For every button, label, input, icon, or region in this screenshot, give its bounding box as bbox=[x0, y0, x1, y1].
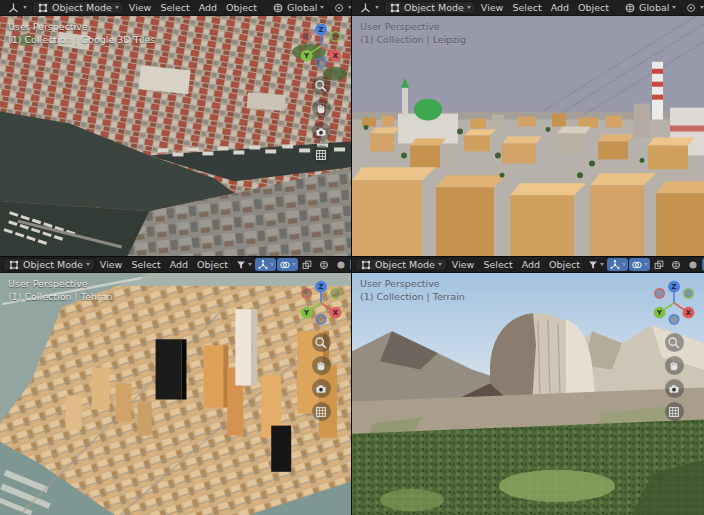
move-view-button[interactable] bbox=[665, 356, 684, 375]
show-gizmo-toggle[interactable] bbox=[255, 258, 276, 271]
menu-add[interactable]: Add bbox=[166, 258, 192, 271]
object-visibility-filter[interactable] bbox=[233, 258, 254, 271]
navigation-gizmo[interactable]: Z X Y bbox=[295, 20, 347, 72]
shading-wireframe-button[interactable] bbox=[668, 258, 684, 271]
toggle-perspective-button[interactable] bbox=[665, 402, 684, 421]
object-mode-icon bbox=[37, 2, 49, 14]
mode-label: Object Mode bbox=[23, 259, 83, 270]
menu-object[interactable]: Object bbox=[545, 258, 584, 271]
viewport-terrain: Object Mode View Select Add Object bbox=[352, 257, 704, 515]
shading-material-button[interactable] bbox=[350, 258, 351, 271]
camera-icon bbox=[314, 125, 328, 139]
toggle-perspective-button[interactable] bbox=[312, 145, 331, 164]
show-gizmo-toggle[interactable] bbox=[607, 258, 628, 271]
pivot-point-dropdown[interactable] bbox=[681, 1, 704, 15]
filter-funnel-icon bbox=[587, 259, 599, 271]
chevron-down-icon bbox=[270, 263, 274, 266]
shading-solid-button[interactable] bbox=[333, 258, 349, 271]
chevron-down-icon bbox=[438, 263, 442, 266]
show-overlays-toggle[interactable] bbox=[277, 258, 298, 271]
zoom-button[interactable] bbox=[312, 333, 331, 352]
wireframe-sphere-icon bbox=[670, 259, 682, 271]
global-orientation-icon bbox=[624, 2, 636, 14]
zoom-button[interactable] bbox=[312, 76, 331, 95]
viewport-gizmos: Z X Y bbox=[295, 277, 347, 421]
viewport-gizmos: Z X Y bbox=[295, 20, 347, 164]
editor-3d-viewport-icon bbox=[7, 1, 20, 14]
solid-sphere-icon bbox=[335, 259, 347, 271]
pivot-point-dropdown[interactable] bbox=[329, 1, 351, 15]
overlays-icon bbox=[631, 259, 643, 271]
magnifier-icon bbox=[314, 79, 328, 93]
camera-view-button[interactable] bbox=[312, 122, 331, 141]
transform-orientation-dropdown[interactable]: Global bbox=[620, 1, 680, 15]
menu-view[interactable]: View bbox=[125, 1, 156, 14]
xray-icon bbox=[653, 259, 665, 271]
viewport-header: Object Mode View Select Add Object Globa… bbox=[0, 0, 351, 16]
chevron-down-icon bbox=[248, 263, 252, 266]
grid-perspective-icon bbox=[314, 405, 328, 419]
magnifier-icon bbox=[314, 336, 328, 350]
gizmo-x-axis: X bbox=[333, 52, 339, 60]
chevron-down-icon bbox=[622, 263, 626, 266]
transform-orientation-dropdown[interactable]: Global bbox=[268, 1, 328, 15]
chevron-down-icon bbox=[700, 6, 704, 9]
mode-dropdown[interactable]: Object Mode bbox=[3, 258, 95, 271]
menu-select[interactable]: Select bbox=[508, 1, 545, 14]
mode-dropdown[interactable]: Object Mode bbox=[355, 258, 447, 271]
menu-select[interactable]: Select bbox=[156, 1, 193, 14]
viewport-body: User Perspective (1) Collection | Tehran… bbox=[0, 273, 351, 515]
shading-solid-button[interactable] bbox=[685, 258, 701, 271]
gizmo-x-axis: X bbox=[686, 309, 692, 317]
viewport-gizmos: Z X Y bbox=[648, 277, 700, 421]
toggle-perspective-button[interactable] bbox=[312, 402, 331, 421]
menu-add[interactable]: Add bbox=[518, 258, 544, 271]
object-visibility-filter[interactable] bbox=[585, 258, 606, 271]
blender-window: Object Mode View Select Add Object Globa… bbox=[0, 0, 704, 515]
menu-view[interactable]: View bbox=[448, 258, 479, 271]
move-view-button[interactable] bbox=[312, 99, 331, 118]
shading-wireframe-button[interactable] bbox=[316, 258, 332, 271]
menu-view[interactable]: View bbox=[477, 1, 508, 14]
gizmo-y-axis: Y bbox=[303, 309, 309, 317]
xray-icon bbox=[301, 259, 313, 271]
move-view-button[interactable] bbox=[312, 356, 331, 375]
viewport-canvas-leipzig[interactable] bbox=[352, 16, 704, 256]
magnifier-icon bbox=[667, 336, 681, 350]
camera-view-button[interactable] bbox=[665, 379, 684, 398]
menu-object[interactable]: Object bbox=[222, 1, 261, 14]
menu-object[interactable]: Object bbox=[193, 258, 232, 271]
menu-select[interactable]: Select bbox=[127, 258, 164, 271]
viewport-google-3d-tiles: Object Mode View Select Add Object Globa… bbox=[0, 0, 352, 257]
navigation-gizmo[interactable]: Z X Y bbox=[295, 277, 347, 329]
menu-view[interactable]: View bbox=[96, 258, 127, 271]
xray-toggle[interactable] bbox=[651, 258, 667, 271]
menu-add[interactable]: Add bbox=[547, 1, 573, 14]
chevron-down-icon bbox=[348, 6, 351, 9]
viewport-header: Object Mode View Select Add Object bbox=[0, 257, 351, 273]
editor-type-button[interactable] bbox=[355, 0, 383, 15]
gizmo-icon bbox=[609, 259, 621, 271]
hand-icon bbox=[667, 359, 681, 373]
editor-type-button[interactable] bbox=[3, 0, 31, 15]
pivot-point-icon bbox=[333, 2, 345, 14]
camera-view-button[interactable] bbox=[312, 379, 331, 398]
chevron-down-icon bbox=[86, 263, 90, 266]
overlays-icon bbox=[279, 259, 291, 271]
object-mode-icon bbox=[8, 259, 20, 271]
camera-icon bbox=[314, 382, 328, 396]
mode-dropdown[interactable]: Object Mode bbox=[384, 1, 476, 14]
navigation-gizmo[interactable]: Z X Y bbox=[648, 277, 700, 329]
hand-icon bbox=[314, 102, 328, 116]
xray-toggle[interactable] bbox=[299, 258, 315, 271]
mode-dropdown[interactable]: Object Mode bbox=[32, 1, 124, 14]
object-mode-icon bbox=[360, 259, 372, 271]
zoom-button[interactable] bbox=[665, 333, 684, 352]
show-overlays-toggle[interactable] bbox=[629, 258, 650, 271]
chevron-down-icon bbox=[644, 263, 648, 266]
gizmo-y-axis: Y bbox=[303, 52, 309, 60]
menu-object[interactable]: Object bbox=[574, 1, 613, 14]
viewport-header: Object Mode View Select Add Object Globa… bbox=[352, 0, 704, 16]
menu-add[interactable]: Add bbox=[195, 1, 221, 14]
menu-select[interactable]: Select bbox=[479, 258, 516, 271]
